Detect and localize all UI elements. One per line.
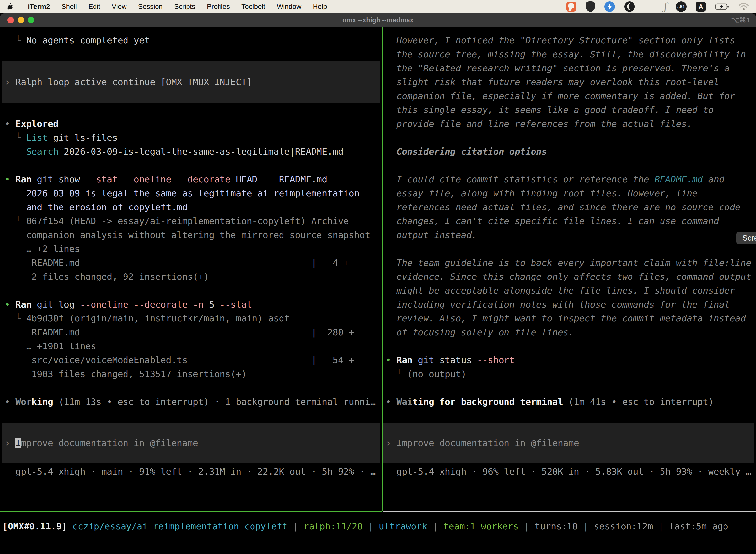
text-segment: companion analysis without altering the … — [5, 230, 370, 240]
pane-divider[interactable] — [382, 27, 383, 511]
text-segment: • — [386, 355, 396, 365]
text-segment: (1m 41s • esc to interrupt) — [563, 397, 713, 407]
text-segment: --short — [477, 355, 515, 365]
text-segment: Wai — [396, 397, 413, 407]
text-segment: HEAD — [236, 174, 257, 184]
terminal-line — [5, 381, 382, 395]
terminal-line: └ List git ls-files — [5, 131, 382, 145]
text-segment: Explored — [15, 119, 58, 129]
text-segment: ralph:11/20 — [304, 521, 363, 532]
terminal-line: 2 files changed, 92 insertions(+) — [5, 270, 382, 284]
text-segment: • — [386, 397, 396, 407]
text-segment: slight risk that future readers may over… — [386, 77, 719, 87]
terminal-line: The team guideline is to back every impo… — [386, 256, 756, 270]
terminal-line: Search 2026-03-09-is-legal-the-same-as-l… — [5, 145, 382, 159]
text-segment: turns:10 — [535, 521, 578, 532]
text-segment: Ran — [396, 355, 413, 365]
text-segment — [118, 174, 123, 184]
text-segment: … +1901 lines — [5, 341, 96, 351]
text-segment: log — [53, 299, 80, 310]
menu-item-scripts[interactable]: Scripts — [174, 3, 195, 11]
menu-item-session[interactable]: Session — [138, 3, 163, 11]
text-segment: the "Related research writing" section i… — [386, 63, 730, 73]
text-segment: cczip/essay/ai-reimplementation-copyleft — [72, 521, 288, 532]
text-segment: Ran — [15, 174, 32, 184]
squiggle-icon[interactable]: ʃ — [664, 1, 666, 12]
menu-item-edit[interactable]: Edit — [88, 3, 100, 11]
text-segment: mprove documentation in @filename — [21, 438, 198, 448]
tmux-pane-left[interactable]: └ No agents completed yet› Ralph loop ac… — [0, 27, 382, 511]
text-segment: ting for background terminal — [413, 397, 563, 407]
menu-item-toolbelt[interactable]: Toolbelt — [241, 3, 265, 11]
omx-status-line: [OMX#0.11.9] cczip/essay/ai-reimplementa… — [2, 519, 728, 534]
text-segment: --decorate — [134, 299, 188, 310]
terminal-line: essay file, along with finding root file… — [386, 186, 756, 200]
screen-recording-icon[interactable] — [566, 2, 576, 12]
text-segment: • — [5, 299, 15, 310]
text-segment: Wor — [15, 397, 32, 407]
terminal-line — [5, 103, 382, 117]
prompt-input[interactable]: › Improve documentation in @filename — [2, 424, 380, 463]
screen-share-overlay-button[interactable]: Scre — [737, 232, 756, 244]
wifi-icon[interactable] — [739, 3, 749, 10]
text-segment: Ralph loop active continue [OMX_TMUX_INJ… — [15, 77, 252, 87]
text-segment: List — [26, 132, 48, 143]
crescent-icon[interactable] — [624, 1, 635, 12]
terminal-line: output instead. — [386, 228, 756, 242]
apple-icon[interactable] — [7, 2, 16, 11]
text-segment: (11m 13s • esc to interrupt) · 1 backgro… — [53, 397, 376, 407]
text-segment: --decorate — [177, 174, 231, 184]
terminal-line: might be acceptable alongside the file l… — [386, 284, 756, 297]
terminal-line: provide file and line references from th… — [386, 117, 756, 131]
terminal-line: … +1901 lines — [5, 339, 382, 353]
text-segment: └ — [5, 216, 26, 226]
text-segment: 2026-03-09-is-legal-the-same-as-legitima… — [5, 188, 365, 198]
shield-grid-icon[interactable] — [586, 1, 595, 12]
text-segment: and-the-erosion-of-copyleft.md — [5, 202, 188, 212]
terminal-line: the source tree, missing the essay. Stil… — [386, 47, 756, 61]
text-segment — [257, 174, 263, 184]
text-segment — [128, 299, 134, 310]
text-segment: git — [37, 299, 53, 310]
menu-item-shell[interactable]: Shell — [62, 3, 77, 11]
badge-61-icon[interactable]: ..61 — [676, 1, 687, 12]
text-segment — [273, 174, 279, 184]
terminal-line: • Ran git status --short — [386, 353, 756, 367]
prompt-input[interactable]: › Improve documentation in @filename — [383, 424, 754, 463]
menu-item-help[interactable]: Help — [313, 3, 327, 11]
text-segment: | — [578, 521, 594, 532]
text-segment: 1903 files changed, 513517 insertions(+) — [5, 369, 247, 379]
battery-icon[interactable] — [715, 3, 729, 10]
terminal-line: However, I noticed the "Directory Struct… — [386, 34, 756, 47]
text-segment: might be acceptable alongside the file l… — [386, 285, 735, 296]
terminal-line — [386, 339, 756, 353]
menu-item-iterm2[interactable]: iTerm2 — [28, 3, 50, 11]
model-status-line: gpt-5.4 xhigh · 96% left · 520K in · 5.8… — [386, 465, 756, 479]
input-source-a-icon[interactable]: A — [696, 2, 706, 12]
menu-item-profiles[interactable]: Profiles — [207, 3, 230, 11]
text-segment: session:12m — [594, 521, 653, 532]
terminal[interactable]: └ No agents completed yet› Ralph loop ac… — [0, 27, 756, 554]
text-segment — [188, 299, 193, 310]
prompt-input[interactable]: › Ralph loop active continue [OMX_TMUX_I… — [2, 61, 380, 103]
text-segment: › — [386, 438, 396, 448]
blue-bolt-icon[interactable] — [605, 1, 615, 12]
text-segment: evidence. Since this change only affects… — [386, 272, 751, 282]
text-segment: changes, I can't cite specific file line… — [386, 216, 719, 226]
text-segment: README.md | 4 + — [5, 258, 349, 268]
text-segment: git — [37, 174, 53, 184]
text-segment: └ — [5, 35, 26, 45]
tmux-pane-right[interactable]: However, I noticed the "Directory Struct… — [383, 27, 756, 511]
menu-item-window[interactable]: Window — [277, 3, 302, 11]
text-segment: | — [519, 521, 535, 532]
menu-item-view[interactable]: View — [112, 3, 126, 11]
dots-grid-icon[interactable] — [644, 2, 654, 12]
text-segment: 2026-03-09-is-legal-the-same-as-legitima… — [59, 147, 343, 157]
terminal-line: references need actual files, and since … — [386, 200, 756, 214]
text-segment: Ran — [15, 299, 32, 310]
menu-bar-status-icons: ʃ ..61 A — [566, 1, 749, 12]
text-segment — [5, 147, 26, 157]
terminal-line: companion analysis without altering the … — [5, 228, 382, 242]
macos-menu-bar: iTerm2 Shell Edit View Session Scripts P… — [0, 0, 756, 13]
text-segment: ultrawork — [379, 521, 427, 532]
